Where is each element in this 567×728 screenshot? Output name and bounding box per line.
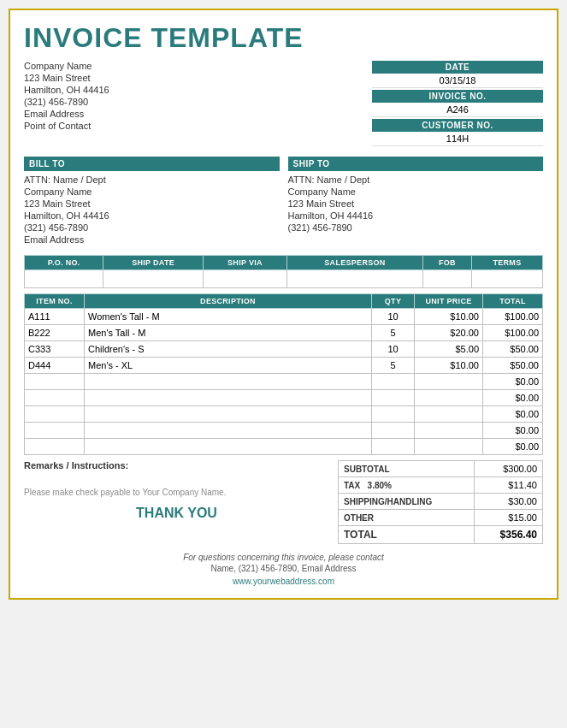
item-total: $50.00 [483,358,543,374]
item-desc: Men's Tall - M [85,325,372,341]
item-unit: $10.00 [415,358,483,374]
item-desc [85,374,372,390]
check-payable: Please make check payable to Your Compan… [24,488,329,497]
tax-value: $11.40 [475,477,543,494]
ship-to-header: SHIP TO [288,157,544,171]
other-value: $15.00 [475,510,543,526]
total-label: TOTAL [339,526,475,544]
item-qty [372,390,415,406]
item-no [25,439,85,455]
item-qty [372,439,415,455]
customer-no-value: 114H [372,132,543,146]
ship-city: Hamilton, OH 44416 [288,210,544,221]
company-phone: (321) 456-7890 [24,97,372,107]
item-unit: $20.00 [415,325,483,341]
check-payable-company: Your Company Name. [142,488,226,497]
po-table: P.O. NO. SHIP DATE SHIP VIA SALESPERSON … [24,255,543,288]
remarks-label: Remarks / Instructions: [24,460,329,471]
col-qty: QTY [372,294,415,309]
col-description: DESCRIPTION [85,294,372,309]
po-data-row [25,270,543,288]
date-label: DATE [372,61,543,74]
customer-no-row: CUSTOMER NO. 114H [372,119,543,146]
item-no: C333 [25,341,85,358]
remarks-section: Remarks / Instructions: Please make chec… [24,460,338,544]
item-desc [85,423,372,439]
subtotal-label: SUBTOTAL [339,461,475,477]
bill-attn: ATTN: Name / Dept [24,175,280,185]
footer-website: www.yourwebaddress.com [24,577,543,586]
bill-city: Hamilton, OH 44416 [24,210,280,221]
fob-cell [422,270,471,288]
invoice-no-value: A246 [372,103,543,117]
item-desc [85,390,372,406]
bill-ship-section: BILL TO ATTN: Name / Dept Company Name 1… [24,157,543,246]
invoice-no-row: INVOICE NO. A246 [372,90,543,117]
salesperson-cell [287,270,423,288]
customer-no-label: CUSTOMER NO. [372,119,543,132]
col-unit-price: UNIT PRICE [415,294,483,309]
bottom-section: Remarks / Instructions: Please make chec… [24,460,543,544]
bill-to-address: ATTN: Name / Dept Company Name 123 Main … [24,175,280,245]
po-col-ship-via: SHIP VIA [203,256,286,270]
terms-cell [471,270,542,288]
item-total: $0.00 [483,390,543,406]
item-desc [85,406,372,423]
footer-section: For questions concerning this invoice, p… [24,553,543,586]
bill-email: Email Address [24,234,280,245]
item-qty: 10 [372,309,415,325]
item-row-7: $0.00 [25,423,543,439]
company-info: Company Name 123 Main Street Hamilton, O… [24,61,372,148]
item-unit [415,439,483,455]
date-row: DATE 03/15/18 [372,61,543,88]
item-unit [415,423,483,439]
item-row-5: $0.00 [25,390,543,406]
other-label: OTHER [339,510,475,526]
items-table: ITEM NO. DESCRIPTION QTY UNIT PRICE TOTA… [24,293,543,455]
ship-phone: (321) 456-7890 [288,222,544,233]
thank-you: THANK YOU [24,506,329,521]
totals-table: SUBTOTAL $300.00 TAX 3.80% $11.40 SHIPPI… [338,460,543,544]
item-no [25,390,85,406]
bill-address: 123 Main Street [24,198,280,209]
top-section: Company Name 123 Main Street Hamilton, O… [24,61,543,148]
company-email: Email Address [24,109,372,119]
company-city: Hamilton, OH 44416 [24,85,372,95]
item-no [25,406,85,423]
item-qty: 5 [372,358,415,374]
invoice-title: INVOICE TEMPLATE [24,22,543,54]
footer-line1: For questions concerning this invoice, p… [24,553,543,562]
ship-date-cell [103,270,203,288]
company-contact: Point of Contact [24,121,372,131]
item-qty [372,374,415,390]
check-payable-pre: Please make check payable to [24,488,140,497]
footer-line2: Name, (321) 456-7890, Email Address [24,564,543,573]
ship-to-box: SHIP TO ATTN: Name / Dept Company Name 1… [288,157,544,246]
tax-row: TAX 3.80% $11.40 [339,477,543,494]
item-desc [85,439,372,455]
tax-label: TAX 3.80% [339,477,475,494]
total-row: TOTAL $356.40 [339,526,543,544]
subtotal-row: SUBTOTAL $300.00 [339,461,543,477]
item-unit [415,374,483,390]
item-qty [372,423,415,439]
shipping-label: SHIPPING/HANDLING [339,494,475,510]
invoice-meta: DATE 03/15/18 INVOICE NO. A246 CUSTOMER … [372,61,543,148]
item-unit [415,406,483,423]
col-total: TOTAL [483,294,543,309]
item-desc: Men's - XL [85,358,372,374]
ship-via-cell [203,270,286,288]
item-unit: $10.00 [415,309,483,325]
shipping-value: $30.00 [475,494,543,510]
item-row-1: B222 Men's Tall - M 5 $20.00 $100.00 [25,325,543,341]
item-qty [372,406,415,423]
bill-phone: (321) 456-7890 [24,222,280,233]
item-no: D444 [25,358,85,374]
item-unit [415,390,483,406]
ship-attn: ATTN: Name / Dept [288,175,544,185]
company-name: Company Name [24,61,372,71]
item-row-6: $0.00 [25,406,543,423]
invoice-no-label: INVOICE NO. [372,90,543,103]
item-row-0: A111 Women's Tall - M 10 $10.00 $100.00 [25,309,543,325]
po-col-po-no: P.O. NO. [25,256,103,270]
